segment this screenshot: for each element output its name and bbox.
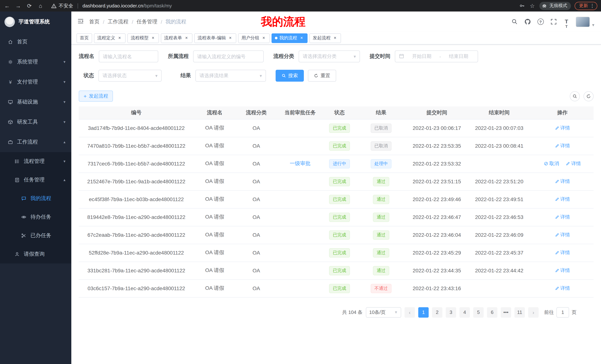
page-button-1[interactable]: 1: [418, 307, 429, 317]
tab-user-group[interactable]: 用户分组×: [238, 33, 270, 43]
page-button-2[interactable]: 2: [432, 307, 442, 317]
home-icon[interactable]: ⌂: [37, 2, 44, 9]
detail-link[interactable]: 详情: [555, 178, 570, 185]
search-button[interactable]: 搜索: [276, 70, 304, 82]
bookmark-star-icon[interactable]: ☆: [529, 2, 536, 9]
font-size-icon[interactable]: TT: [563, 18, 570, 25]
table-row[interactable]: ec45f38f-7b9a-11ec-b03b-acde48001122 OA …: [79, 190, 594, 208]
sidebar-item-done-tasks[interactable]: 已办任务: [0, 226, 71, 245]
refresh-table-icon[interactable]: [583, 91, 594, 101]
close-icon[interactable]: ×: [332, 35, 338, 41]
sidebar-toggle-icon[interactable]: [77, 18, 84, 26]
table-row[interactable]: 67c2eaab-7b9a-11ec-a290-acde48001122 OA …: [79, 226, 594, 244]
search-icon[interactable]: [511, 18, 518, 25]
status-select[interactable]: 请选择状态 ▼: [99, 70, 161, 82]
category-select[interactable]: 请选择流程分类 ▼: [299, 50, 360, 62]
table-row[interactable]: 7317cec6-7b9b-11ec-b5b7-acde48001122 OA …: [79, 155, 594, 172]
page-button-5[interactable]: 5: [473, 307, 484, 317]
process-name-input[interactable]: [99, 50, 158, 62]
goto-page-input[interactable]: [556, 307, 569, 317]
date-range-picker[interactable]: 开始日期 - 结束日期: [395, 50, 478, 62]
detail-link[interactable]: 详情: [555, 214, 570, 220]
close-icon[interactable]: ×: [150, 35, 156, 41]
page-button-3[interactable]: 3: [446, 307, 456, 317]
close-icon[interactable]: ×: [228, 35, 233, 41]
page-ellipsis[interactable]: •••: [501, 307, 511, 317]
tab-home[interactable]: 首页: [77, 33, 92, 43]
table-row[interactable]: 3ad174fb-7b9d-11ec-8404-acde48001122 OA …: [79, 119, 594, 137]
breadcrumb-workflow[interactable]: 工作流程: [108, 18, 129, 25]
browser-menu-icon[interactable]: ⋮: [590, 3, 595, 9]
cell-submit-time: 2022-01-22 23:53:32: [406, 155, 467, 172]
sidebar-item-devtools[interactable]: 研发工具 ▼: [0, 112, 71, 132]
detail-link[interactable]: 详情: [555, 196, 570, 203]
cell-name: OA 请假: [194, 279, 235, 297]
address-bar[interactable]: dashboard.yudao.iocoder.cn/bpm/task/my: [82, 3, 172, 9]
table-row[interactable]: 331bc281-7b9a-11ec-a290-acde48001122 OA …: [79, 262, 594, 279]
page-button-4[interactable]: 4: [460, 307, 470, 317]
cell-name: OA 请假: [194, 119, 235, 137]
result-select[interactable]: 请选择流结果 ▼: [195, 70, 266, 82]
security-indicator[interactable]: 不安全: [51, 2, 73, 9]
tab-my-process[interactable]: 我的流程×: [271, 33, 308, 43]
table-row[interactable]: 2152467e-7b9b-11ec-9a1b-acde48001122 OA …: [79, 172, 594, 190]
update-button[interactable]: 更新 ⋮: [575, 2, 597, 10]
result-tag: 处理中: [371, 159, 391, 168]
breadcrumb-home[interactable]: 首页: [89, 18, 100, 25]
tab-start-process[interactable]: 发起流程×: [310, 33, 341, 43]
detail-link[interactable]: 详情: [555, 249, 570, 256]
close-icon[interactable]: ×: [299, 35, 304, 41]
detail-link[interactable]: 详情: [555, 143, 570, 149]
prev-page-button[interactable]: ‹: [404, 307, 415, 317]
reload-icon[interactable]: ⟳: [26, 2, 33, 9]
detail-link[interactable]: 详情: [555, 125, 570, 131]
detail-label: 详情: [560, 178, 570, 185]
table-row[interactable]: 819442e8-7b9a-11ec-a290-acde48001122 OA …: [79, 208, 594, 226]
help-icon[interactable]: ?: [537, 18, 544, 25]
cancel-link[interactable]: 取消: [544, 160, 559, 167]
tab-process-model[interactable]: 流程模型×: [127, 33, 159, 43]
tab-process-definition[interactable]: 流程定义×: [94, 33, 126, 43]
sidebar-item-home[interactable]: 首页: [0, 32, 71, 52]
sidebar-item-system[interactable]: 系统管理 ▼: [0, 52, 71, 72]
detail-link[interactable]: 详情: [555, 267, 570, 274]
table-row[interactable]: 52ffd28e-7b9a-11ec-a290-acde48001122 OA …: [79, 244, 594, 262]
next-page-button[interactable]: ›: [528, 307, 539, 317]
sidebar-item-todo-tasks[interactable]: 待办任务: [0, 208, 71, 226]
close-icon[interactable]: ×: [117, 35, 122, 41]
sidebar-item-workflow[interactable]: 工作流程 ▲: [0, 132, 71, 152]
fullscreen-icon[interactable]: [550, 18, 557, 25]
page-size-select[interactable]: 10条/页 ▼: [366, 307, 401, 317]
detail-label: 详情: [560, 196, 570, 203]
app-logo[interactable]: 芋道管理系统: [0, 11, 71, 32]
github-icon[interactable]: [524, 18, 531, 25]
back-icon[interactable]: ←: [4, 2, 10, 9]
forward-icon[interactable]: →: [15, 2, 21, 9]
page-button-11[interactable]: 11: [514, 307, 525, 317]
sidebar-item-process-mgmt[interactable]: 流程管理 ▼: [0, 152, 71, 171]
sidebar-item-leave-query[interactable]: 请假查询: [0, 245, 71, 263]
table-row[interactable]: 03c6c157-7b9a-11ec-a290-acde48001122 OA …: [79, 279, 594, 297]
table-row[interactable]: 7470a810-7b9b-11ec-b5b7-acde48001122 OA …: [79, 137, 594, 155]
close-icon[interactable]: ×: [261, 35, 266, 41]
reset-button[interactable]: 重置: [308, 70, 336, 82]
task-link[interactable]: 一级审批: [290, 160, 311, 166]
sidebar-item-task-mgmt[interactable]: 任务管理 ▲: [0, 171, 71, 189]
user-menu[interactable]: ▼: [576, 17, 595, 27]
create-process-button[interactable]: + 发起流程: [79, 91, 113, 102]
detail-link[interactable]: 详情: [555, 231, 570, 238]
show-search-icon[interactable]: [570, 91, 580, 101]
result-placeholder: 请选择流结果: [200, 72, 229, 79]
sidebar-item-infra[interactable]: 基础设施 ▼: [0, 92, 71, 112]
page-button-6[interactable]: 6: [487, 307, 497, 317]
breadcrumb-task-mgmt[interactable]: 任务管理: [137, 18, 158, 25]
key-icon[interactable]: [519, 2, 525, 9]
sidebar-item-payment[interactable]: ¥ 支付管理 ▼: [0, 72, 71, 92]
tab-process-form-edit[interactable]: 流程表单-编辑×: [194, 33, 236, 43]
close-icon[interactable]: ×: [184, 35, 189, 41]
tab-process-form[interactable]: 流程表单×: [161, 33, 192, 43]
detail-link[interactable]: 详情: [566, 160, 581, 167]
process-definition-input[interactable]: [193, 50, 264, 62]
sidebar-item-my-process[interactable]: 我的流程: [0, 189, 71, 208]
detail-link[interactable]: 详情: [555, 285, 570, 292]
